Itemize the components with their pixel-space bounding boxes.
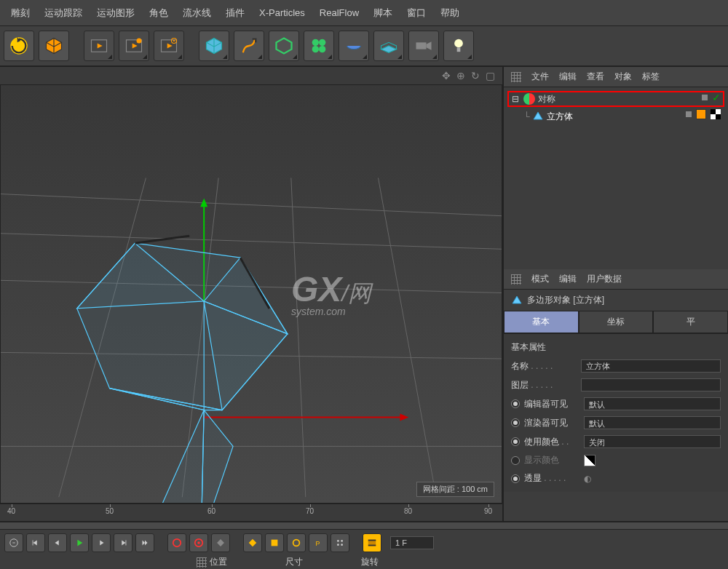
svg-marker-16 — [427, 41, 432, 50]
menu-motion-track[interactable]: 运动跟踪 — [37, 7, 90, 20]
next-key-button[interactable] — [114, 533, 132, 552]
row-transparency: 透显 . . . . . ◐ — [511, 469, 721, 488]
goto-start-button[interactable] — [4, 533, 23, 552]
render-vis-radio[interactable] — [511, 418, 520, 427]
light-button[interactable] — [443, 31, 474, 61]
object-tree[interactable]: ⊟ 对称 ✓ └ 立方体 — [504, 87, 728, 269]
key-param-button[interactable]: P — [309, 533, 328, 552]
menu-mograph[interactable]: 运动图形 — [90, 7, 142, 20]
coord-position-label: 位置 — [197, 556, 227, 568]
move-camera-icon[interactable]: ✥ — [442, 70, 451, 81]
cube-primitive-button[interactable] — [199, 31, 229, 61]
cube-button[interactable] — [39, 31, 69, 61]
render-region-button[interactable] — [119, 31, 149, 61]
row-disp-color: 显示颜色 — [511, 451, 721, 469]
frame-display[interactable]: 1 F — [390, 536, 434, 549]
menu-bar: 雕刻 运动跟踪 运动图形 角色 流水线 插件 X-Particles RealF… — [0, 0, 728, 26]
use-color-select[interactable]: 关闭 — [584, 435, 721, 448]
undo-button[interactable] — [4, 31, 34, 61]
svg-rect-58 — [272, 540, 278, 546]
menu-character[interactable]: 角色 — [142, 7, 175, 20]
array-button[interactable] — [304, 31, 334, 61]
deformer-button[interactable] — [339, 31, 369, 61]
use-color-radio[interactable] — [511, 437, 520, 446]
zoom-camera-icon[interactable]: ⊕ — [456, 70, 465, 81]
main-toolbar — [0, 26, 728, 67]
layer-input[interactable] — [581, 378, 721, 391]
svg-point-6 — [137, 39, 142, 44]
tag-icon[interactable] — [696, 109, 706, 119]
obj-menu-tags[interactable]: 标签 — [642, 71, 660, 83]
obj-menu-edit[interactable]: 编辑 — [559, 71, 577, 83]
enable-check-icon[interactable]: ✓ — [712, 92, 721, 103]
svg-rect-66 — [368, 540, 376, 541]
obj-menu-view[interactable]: 查看 — [587, 71, 604, 83]
render-settings-button[interactable] — [154, 31, 184, 61]
menu-realflow[interactable]: RealFlow — [312, 7, 366, 18]
transp-toggle-icon[interactable]: ◐ — [584, 474, 591, 484]
rotate-camera-icon[interactable]: ↻ — [471, 70, 480, 81]
spline-button[interactable] — [234, 31, 264, 61]
tree-item-symmetry[interactable]: ⊟ 对称 ✓ — [507, 91, 724, 107]
menu-xparticles[interactable]: X-Particles — [252, 7, 312, 18]
attr-menu-userdata[interactable]: 用户数据 — [587, 273, 622, 285]
vis-dot-icon[interactable] — [686, 111, 692, 117]
obj-menu-file[interactable]: 文件 — [531, 71, 549, 83]
camera-button[interactable] — [408, 31, 439, 61]
attr-menu-mode[interactable]: 模式 — [531, 273, 549, 285]
svg-rect-46 — [33, 541, 33, 546]
play-button[interactable] — [70, 533, 89, 552]
checker-tag-icon[interactable] — [711, 109, 721, 119]
coord-size-label: 尺寸 — [285, 556, 303, 568]
key-pla-button[interactable] — [331, 533, 349, 552]
panel-menu-icon[interactable] — [511, 72, 521, 82]
render-vis-select[interactable]: 默认 — [584, 416, 721, 429]
menu-help[interactable]: 帮助 — [433, 7, 467, 20]
menu-script[interactable]: 脚本 — [366, 7, 400, 20]
floor-button[interactable] — [373, 31, 404, 61]
editor-vis-select[interactable]: 默认 — [584, 397, 721, 410]
tree-item-cube[interactable]: └ 立方体 — [507, 108, 724, 124]
next-frame-button[interactable] — [92, 533, 111, 552]
attr-menu-edit[interactable]: 编辑 — [559, 273, 577, 285]
disp-color-radio[interactable] — [511, 456, 520, 465]
svg-marker-49 — [100, 541, 103, 546]
autokey-button[interactable] — [189, 533, 208, 552]
maximize-icon[interactable]: ▢ — [486, 70, 495, 81]
menu-sculpt[interactable]: 雕刻 — [4, 7, 37, 20]
vis-dot-icon[interactable] — [702, 95, 708, 100]
editor-vis-radio[interactable] — [511, 399, 520, 408]
key-scale-button[interactable] — [265, 533, 284, 552]
tab-coord[interactable]: 坐标 — [579, 311, 654, 333]
record-button[interactable] — [167, 533, 186, 552]
color-swatch[interactable] — [584, 455, 596, 466]
timeline-track[interactable] — [0, 522, 728, 530]
goto-end-button[interactable] — [135, 533, 154, 552]
name-input[interactable] — [581, 359, 721, 373]
expand-icon[interactable]: ⊟ — [512, 94, 521, 104]
keyframe-button[interactable] — [211, 533, 230, 552]
section-basic-props: 基本属性 — [511, 338, 721, 357]
timeline-ruler[interactable]: 40 50 60 70 80 90 — [0, 504, 502, 521]
prev-key-button[interactable] — [26, 533, 45, 552]
generator-button[interactable] — [269, 31, 299, 61]
menu-plugins[interactable]: 插件 — [218, 7, 252, 20]
svg-point-54 — [173, 539, 181, 547]
film-button[interactable] — [363, 533, 381, 552]
obj-menu-object[interactable]: 对象 — [614, 71, 632, 83]
viewport-perspective[interactable]: 网格间距 : 100 cm — [0, 84, 502, 504]
prev-frame-button[interactable] — [48, 533, 67, 552]
row-render-vis: 渲染器可见 默认 — [511, 413, 721, 432]
symmetry-icon — [523, 93, 535, 105]
transp-radio[interactable] — [511, 474, 520, 483]
tab-basic[interactable]: 基本 — [504, 311, 579, 333]
render-button[interactable] — [84, 31, 114, 61]
key-rotate-button[interactable] — [287, 533, 306, 552]
tab-other[interactable]: 平 — [653, 311, 728, 333]
polygon-icon — [532, 111, 544, 122]
menu-window[interactable]: 窗口 — [400, 7, 433, 20]
svg-marker-47 — [55, 541, 59, 546]
menu-pipeline[interactable]: 流水线 — [175, 7, 218, 20]
panel-menu-icon[interactable] — [511, 274, 521, 284]
key-move-button[interactable] — [243, 533, 262, 552]
